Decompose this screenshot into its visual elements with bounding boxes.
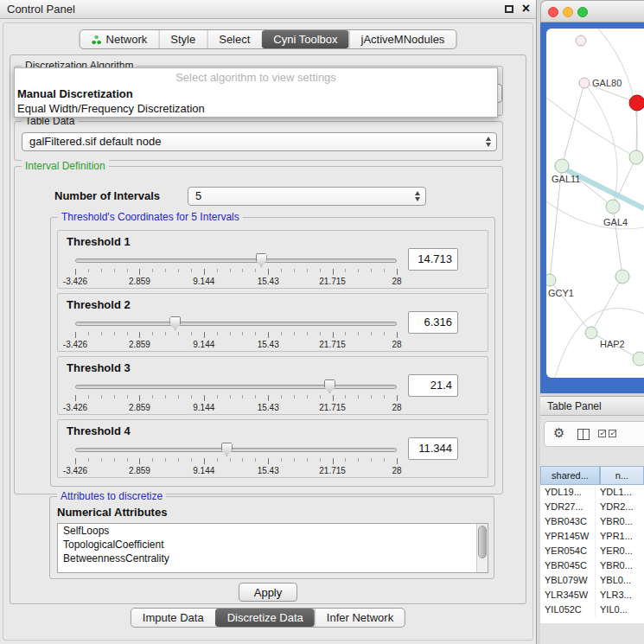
network-node[interactable]: [615, 270, 629, 284]
tab-select[interactable]: Select: [207, 30, 261, 48]
slider-scale-labels: -3.4262.8599.14415.4321.71528: [75, 277, 397, 287]
tab-cyni-toolbox[interactable]: Cyni Toolbox: [261, 30, 348, 48]
tab-network[interactable]: Network: [80, 30, 159, 48]
tick-mark: [127, 332, 128, 335]
tick-mark: [358, 332, 359, 335]
scrollbar-thumb[interactable]: [478, 526, 487, 558]
table-row[interactable]: YLR345WYLR3...: [540, 588, 644, 603]
network-node-hap2[interactable]: [585, 327, 597, 339]
tick-mark: [152, 332, 153, 335]
tick-mark: [139, 269, 140, 275]
table-row[interactable]: YER054CYER0...: [540, 544, 644, 558]
table-cell: YBL0...: [596, 573, 644, 588]
tick-mark: [281, 332, 282, 335]
table-row[interactable]: YDL19...YDL1...: [540, 485, 644, 500]
tick-mark: [75, 269, 76, 275]
network-edge-curve: [546, 98, 636, 157]
threshold-value-field[interactable]: 11.344: [408, 437, 458, 460]
close-traffic-light-icon[interactable]: [548, 7, 558, 17]
table-row[interactable]: YBR043CYBR0...: [540, 514, 644, 529]
table-cell: YDL1...: [596, 485, 644, 500]
network-canvas[interactable]: GAL80GAL11GAL4GCY1HAP2: [546, 29, 644, 378]
scale-label: -3.426: [63, 466, 87, 475]
table-row[interactable]: YPR145WYPR1...: [540, 529, 644, 544]
tick-mark: [255, 395, 256, 399]
slider-track[interactable]: [75, 322, 397, 326]
network-node[interactable]: [633, 352, 644, 366]
slider-track[interactable]: [75, 385, 397, 389]
close-window-icon[interactable]: ×: [522, 1, 530, 16]
threshold-slider[interactable]: -3.4262.8599.14415.4321.71528: [75, 378, 397, 414]
column-header-1[interactable]: shared...: [540, 466, 600, 485]
tick-mark: [307, 269, 308, 272]
numerical-attributes-list[interactable]: SelfLoopsTopologicalCoefficientBetweenne…: [57, 523, 488, 573]
tab-discretize-data[interactable]: Discretize Data: [215, 609, 315, 627]
table-panel-title: Table Panel: [547, 400, 602, 412]
zoom-traffic-light-icon[interactable]: [577, 7, 588, 17]
slider-thumb[interactable]: [256, 253, 267, 267]
slider-track[interactable]: [75, 448, 397, 452]
table-row[interactable]: YBL079WYBL0...: [540, 573, 644, 588]
tick-mark: [294, 458, 295, 462]
slider-thumb[interactable]: [169, 316, 181, 330]
tab-infer-network[interactable]: Infer Network: [315, 609, 405, 627]
network-node-gal80[interactable]: [579, 78, 590, 88]
attribute-item[interactable]: TopologicalCoefficient: [58, 538, 488, 552]
threshold-value-field[interactable]: 6.316: [408, 311, 458, 334]
column-header-2[interactable]: n...: [600, 466, 644, 485]
slider-thumb[interactable]: [221, 443, 233, 456]
tick-mark: [384, 269, 385, 272]
threshold-panel: Threshold 1 -3.4262.8599.14415.4321.7152…: [57, 230, 488, 289]
table-row[interactable]: YDR27...YDR2...: [540, 500, 644, 514]
attribute-item[interactable]: SelfLoops: [58, 524, 488, 538]
slider-thumb[interactable]: [324, 379, 335, 393]
threshold-value-field[interactable]: 14.713: [408, 248, 458, 271]
dropdown-option-manual-discretization[interactable]: Manual Discretization: [15, 86, 497, 101]
tick-mark: [101, 269, 102, 272]
tick-mark: [397, 332, 398, 338]
attribute-item[interactable]: BetweennessCentrality: [58, 552, 488, 565]
dropdown-option-equal-width-frequency-discretization[interactable]: Equal Width/Frequency Discretization: [15, 101, 497, 116]
table-data-combobox[interactable]: galFiltered.sif default node: [22, 132, 497, 151]
threshold-value-field[interactable]: 21.4: [408, 374, 458, 397]
network-node-gal4[interactable]: [606, 200, 620, 214]
network-node[interactable]: [629, 95, 644, 111]
tick-mark: [371, 395, 372, 399]
tick-mark: [268, 332, 269, 338]
tick-mark: [75, 458, 76, 464]
network-node-gal11[interactable]: [555, 159, 569, 173]
tick-mark: [139, 458, 140, 464]
tick-mark: [320, 458, 321, 462]
table-row[interactable]: YIL052CYIL0...: [540, 603, 644, 617]
threshold-slider[interactable]: -3.4262.8599.14415.4321.71528: [75, 441, 397, 477]
network-node[interactable]: [629, 150, 643, 164]
table-cell: YPR1...: [596, 529, 644, 544]
threshold-slider[interactable]: -3.4262.8599.14415.4321.71528: [75, 315, 397, 351]
table-cell: YDR2...: [596, 500, 644, 514]
tick-mark: [358, 395, 359, 399]
tab-impute-data[interactable]: Impute Data: [131, 609, 215, 627]
tick-mark: [281, 269, 282, 272]
tick-mark: [384, 332, 385, 335]
cyni-toolbox-panel: Discretization Algorithm Select algorith…: [10, 54, 526, 604]
threshold-slider[interactable]: -3.4262.8599.14415.4321.71528: [75, 252, 397, 288]
network-node-gcy1[interactable]: [546, 274, 556, 286]
list-scrollbar[interactable]: [476, 524, 488, 572]
table-row[interactable]: YBR045CYBR0...: [540, 558, 644, 573]
float-window-icon[interactable]: [505, 5, 513, 13]
minimize-traffic-light-icon[interactable]: [563, 7, 573, 17]
tab-style[interactable]: Style: [158, 30, 207, 48]
gear-icon[interactable]: ⚙: [553, 425, 564, 441]
slider-ticks: [75, 395, 397, 401]
table-cell: YDR27...: [540, 500, 596, 514]
network-node[interactable]: [576, 35, 586, 46]
select-columns-checkbox-icons[interactable]: [598, 430, 616, 437]
tab-label: Impute Data: [143, 609, 204, 627]
slider-track[interactable]: [75, 258, 397, 263]
apply-button[interactable]: Apply: [239, 583, 297, 602]
threshold-panel: Threshold 2 -3.4262.8599.14415.4321.7152…: [57, 293, 488, 352]
num-intervals-combobox[interactable]: 5: [188, 187, 426, 206]
tab-jactivemnodules[interactable]: jActiveMNodules: [349, 30, 456, 48]
scale-label: 15.43: [258, 277, 279, 286]
columns-icon[interactable]: [577, 429, 590, 440]
